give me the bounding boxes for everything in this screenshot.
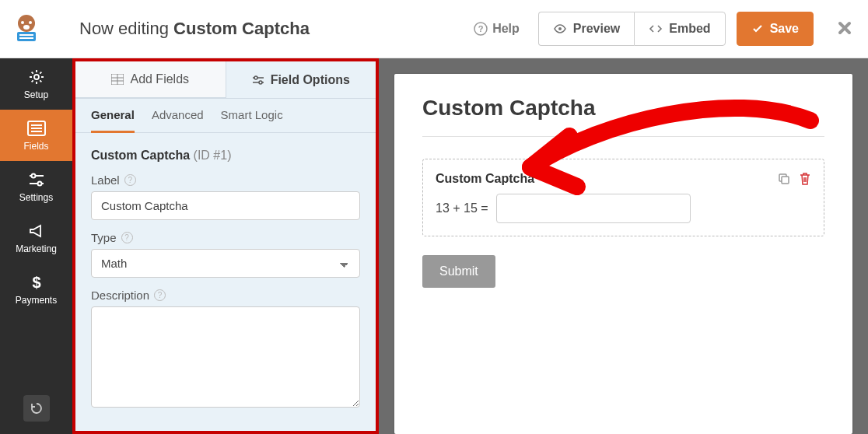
help-link[interactable]: ? Help bbox=[474, 22, 520, 36]
help-icon[interactable]: ? bbox=[124, 174, 136, 186]
top-bar: Now editing Custom Captcha ? Help Previe… bbox=[0, 0, 868, 58]
save-button[interactable]: Save bbox=[737, 12, 814, 46]
form-title: Custom Captcha bbox=[422, 96, 824, 137]
svg-point-1 bbox=[21, 21, 24, 24]
nav-marketing-label: Marketing bbox=[16, 243, 57, 254]
history-icon bbox=[30, 401, 44, 415]
section-title-text: Custom Captcha bbox=[91, 149, 190, 162]
preview-button[interactable]: Preview bbox=[538, 12, 634, 46]
sliders-icon bbox=[27, 170, 46, 189]
subtab-general[interactable]: General bbox=[91, 108, 135, 133]
title-form-name: Custom Captcha bbox=[173, 19, 310, 38]
left-nav: Setup Fields Settings Marketing $ Paymen… bbox=[0, 58, 72, 434]
nav-fields[interactable]: Fields bbox=[0, 110, 72, 161]
svg-point-25 bbox=[254, 76, 257, 79]
svg-point-27 bbox=[259, 81, 262, 84]
top-actions: ? Help Preview Embed Save bbox=[474, 12, 852, 46]
help-label: Help bbox=[492, 22, 520, 36]
preview-label: Preview bbox=[573, 22, 620, 36]
tab-add-fields[interactable]: Add Fields bbox=[75, 61, 226, 98]
sliders-small-icon bbox=[252, 75, 264, 86]
check-icon bbox=[751, 23, 764, 35]
help-icon[interactable]: ? bbox=[121, 232, 133, 243]
nav-payments-label: Payments bbox=[16, 295, 57, 306]
tab-field-options[interactable]: Field Options bbox=[226, 61, 376, 98]
field-block-header: Custom Captcha * bbox=[436, 172, 811, 186]
nav-setup-label: Setup bbox=[24, 89, 48, 100]
help-icon: ? bbox=[474, 22, 488, 36]
title-prefix: Now editing bbox=[79, 19, 173, 38]
svg-point-3 bbox=[23, 25, 30, 30]
nav-fields-label: Fields bbox=[23, 141, 48, 152]
sub-tabs: General Advanced Smart Logic bbox=[75, 99, 376, 133]
type-select[interactable]: Math bbox=[91, 249, 360, 278]
embed-button[interactable]: Embed bbox=[634, 12, 725, 46]
svg-point-2 bbox=[29, 21, 32, 24]
main-area: Setup Fields Settings Marketing $ Paymen… bbox=[0, 58, 868, 434]
eye-icon bbox=[553, 22, 567, 36]
required-mark: * bbox=[538, 172, 543, 185]
svg-point-16 bbox=[31, 174, 35, 178]
svg-text:?: ? bbox=[478, 24, 484, 33]
svg-point-18 bbox=[37, 182, 41, 186]
svg-text:$: $ bbox=[32, 274, 40, 291]
bullhorn-icon bbox=[27, 222, 46, 240]
nav-setup[interactable]: Setup bbox=[0, 58, 72, 110]
type-field-label: Type ? bbox=[91, 231, 360, 244]
preview-embed-group: Preview Embed bbox=[538, 12, 726, 46]
nav-payments[interactable]: $ Payments bbox=[0, 264, 72, 315]
help-icon[interactable]: ? bbox=[154, 289, 166, 301]
code-icon bbox=[649, 22, 663, 36]
nav-settings-label: Settings bbox=[19, 192, 53, 203]
preview-canvas: Custom Captcha Custom Captcha * 13 + 15 … bbox=[379, 58, 868, 434]
field-block-label: Custom Captcha * bbox=[436, 172, 543, 186]
trash-icon[interactable] bbox=[799, 172, 811, 186]
description-field: Description ? bbox=[91, 289, 360, 408]
svg-rect-5 bbox=[19, 34, 33, 36]
svg-rect-4 bbox=[17, 32, 36, 41]
svg-rect-29 bbox=[782, 177, 789, 184]
close-icon bbox=[837, 20, 852, 36]
close-button[interactable] bbox=[837, 17, 852, 41]
form-icon bbox=[27, 119, 46, 138]
captcha-answer-input[interactable] bbox=[496, 194, 691, 223]
svg-point-9 bbox=[558, 27, 562, 30]
panel-tabs: Add Fields Field Options bbox=[75, 61, 376, 99]
submit-button[interactable]: Submit bbox=[422, 255, 495, 288]
captcha-equation: 13 + 15 = bbox=[436, 194, 811, 223]
description-field-label: Description ? bbox=[91, 289, 360, 302]
nav-marketing[interactable]: Marketing bbox=[0, 212, 72, 264]
description-textarea[interactable] bbox=[91, 306, 360, 408]
equation-text: 13 + 15 = bbox=[436, 201, 488, 215]
form-preview: Custom Captcha Custom Captcha * 13 + 15 … bbox=[394, 74, 852, 434]
grid-icon bbox=[111, 74, 124, 85]
label-field-label: Label ? bbox=[91, 173, 360, 187]
dollar-icon: $ bbox=[27, 273, 46, 292]
save-label: Save bbox=[770, 22, 799, 36]
type-field: Type ? Math bbox=[91, 231, 360, 278]
tab-field-options-label: Field Options bbox=[271, 73, 350, 87]
field-panel: Add Fields Field Options General Advance… bbox=[72, 58, 379, 434]
field-block-actions bbox=[777, 172, 811, 186]
app-logo bbox=[11, 13, 42, 44]
gear-icon bbox=[27, 68, 46, 86]
section-title: Custom Captcha (ID #1) bbox=[91, 149, 360, 163]
svg-rect-6 bbox=[19, 37, 33, 39]
nav-history[interactable] bbox=[0, 383, 72, 434]
captcha-field-block[interactable]: Custom Captcha * 13 + 15 = bbox=[422, 159, 824, 236]
tab-add-fields-label: Add Fields bbox=[130, 72, 189, 86]
label-field: Label ? bbox=[91, 173, 360, 220]
page-title: Now editing Custom Captcha bbox=[79, 19, 474, 39]
panel-body: Custom Captcha (ID #1) Label ? Type ? Ma… bbox=[75, 133, 376, 423]
duplicate-icon[interactable] bbox=[777, 172, 791, 186]
subtab-advanced[interactable]: Advanced bbox=[152, 108, 204, 132]
nav-settings[interactable]: Settings bbox=[0, 161, 72, 212]
subtab-smart-logic[interactable]: Smart Logic bbox=[221, 108, 283, 132]
embed-label: Embed bbox=[669, 22, 710, 36]
label-input[interactable] bbox=[91, 191, 360, 220]
section-id: (ID #1) bbox=[194, 149, 232, 162]
svg-point-10 bbox=[34, 75, 39, 79]
